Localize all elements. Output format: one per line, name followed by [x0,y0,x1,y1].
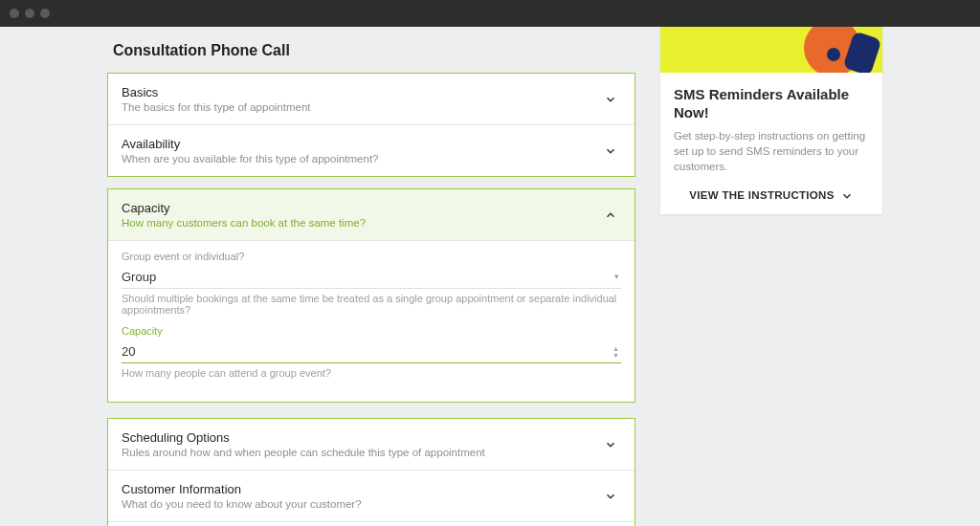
section-capacity-header[interactable]: Capacity How many customers can book at … [108,189,635,240]
accordion-group-bottom: Scheduling Options Rules around how and … [107,418,635,526]
page-title: Consultation Phone Call [113,42,635,59]
promo-illustration [660,27,882,73]
window-dot [10,9,19,18]
section-availability-header[interactable]: Availability When are you available for … [108,125,635,176]
promo-card: SMS Reminders Available Now! Get step-by… [660,27,882,214]
section-availability-title: Availability [122,137,379,151]
section-notifications-header[interactable]: Notifications Options for sending custom… [108,522,635,526]
window-dot [25,9,34,18]
section-scheduling-title: Scheduling Options [122,430,485,445]
section-scheduling-subtitle: Rules around how and when people can sch… [122,447,485,458]
promo-text: Get step-by-step instructions on getting… [674,128,869,174]
accordion-group-top: Basics The basics for this type of appoi… [107,73,635,177]
promo-cta-label: VIEW THE INSTRUCTIONS [689,189,834,201]
section-customer-header[interactable]: Customer Information What do you need to… [108,471,635,521]
chevron-down-icon [604,93,617,106]
chevron-down-icon [604,438,617,451]
section-basics-header[interactable]: Basics The basics for this type of appoi… [108,74,635,124]
section-customer-subtitle: What do you need to know about your cust… [122,498,362,510]
chevron-up-icon [604,208,617,222]
capacity-label: Capacity [122,325,621,337]
window-titlebar [0,0,980,27]
section-capacity-subtitle: How many customers can book at the same … [122,217,366,229]
group-type-select[interactable] [122,266,621,289]
group-type-label: Group event or individual? [122,251,621,262]
promo-title: SMS Reminders Available Now! [674,86,869,122]
capacity-input[interactable] [122,340,621,363]
window-dot [40,9,50,18]
promo-cta-link[interactable]: VIEW THE INSTRUCTIONS [674,189,869,201]
section-capacity-title: Capacity [122,201,366,215]
chevron-down-icon [604,144,617,158]
section-capacity: Capacity How many customers can book at … [107,188,635,403]
section-customer-title: Customer Information [122,482,362,496]
chevron-down-icon [604,490,617,503]
section-availability-subtitle: When are you available for this type of … [122,153,379,164]
chevron-down-icon [840,189,854,201]
section-basics-subtitle: The basics for this type of appointment [122,101,311,113]
group-type-help: Should multiple bookings at the same tim… [122,293,621,316]
section-scheduling-header[interactable]: Scheduling Options Rules around how and … [108,419,635,470]
section-capacity-body: Group event or individual? ▾ Should mult… [108,240,635,402]
section-basics-title: Basics [122,85,311,99]
capacity-help: How many people can attend a group event… [122,367,621,379]
